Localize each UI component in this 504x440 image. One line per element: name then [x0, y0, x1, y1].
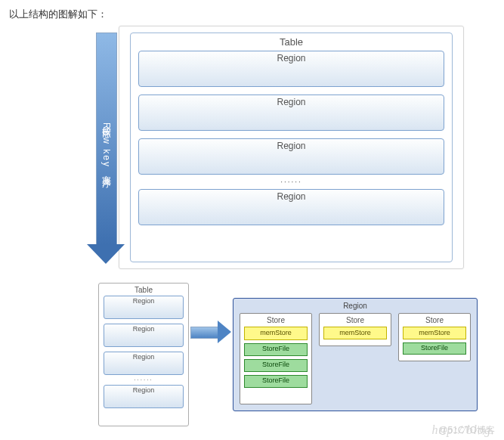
memstore: memStore: [244, 327, 308, 340]
memstore: memStore: [403, 327, 466, 339]
store: Store memStore StoreFile StoreFile Store…: [240, 313, 312, 404]
storefile: StoreFile: [244, 359, 308, 372]
mini-ellipsis: ······: [104, 376, 184, 383]
region-panel-title: Region: [240, 302, 471, 310]
stores-row: Store memStore StoreFile StoreFile Store…: [240, 313, 471, 404]
ellipsis: ······: [138, 178, 444, 186]
region-box: Region: [138, 51, 444, 87]
link-arrow: [190, 322, 231, 342]
mini-region: Region: [104, 352, 184, 375]
table-title: Table: [138, 36, 444, 48]
storefile: StoreFile: [244, 343, 308, 356]
vertical-arrow: 按照Row key字典序: [93, 33, 119, 267]
arrow-head-right-icon: [218, 321, 231, 343]
storefile: StoreFile: [244, 375, 308, 388]
page: 以上结构的图解如下： 按照Row key字典序 Table Region Reg…: [0, 0, 504, 440]
mini-region: Region: [104, 385, 184, 408]
memstore: memStore: [323, 327, 387, 339]
mini-region: Region: [104, 324, 184, 347]
bottom-diagram: Table Region Region Region ······ Region…: [9, 283, 495, 434]
storefile: StoreFile: [403, 342, 466, 355]
mini-region: Region: [104, 296, 184, 319]
arrow-label: 按照Row key字典序: [97, 70, 114, 222]
arrow-shaft: [190, 327, 219, 339]
mini-table: Table Region Region Region ······ Region: [98, 283, 189, 426]
region-box: Region: [138, 189, 444, 225]
region-box: Region: [138, 95, 444, 131]
top-diagram: 按照Row key字典序 Table Region Region Region …: [119, 26, 464, 269]
arrow-head-down-icon: [87, 244, 125, 264]
table-frame: Table Region Region Region ······ Region: [130, 33, 453, 262]
mini-table-title: Table: [104, 286, 184, 294]
store-title: Store: [346, 316, 364, 324]
store-title: Store: [267, 316, 285, 324]
store: Store memStore: [319, 313, 391, 346]
store-title: Store: [425, 316, 444, 324]
region-box: Region: [138, 138, 444, 175]
intro-text: 以上结构的图解如下：: [9, 8, 495, 21]
store: Store memStore StoreFile: [398, 313, 471, 361]
region-panel: Region Store memStore StoreFile StoreFil…: [233, 298, 478, 411]
